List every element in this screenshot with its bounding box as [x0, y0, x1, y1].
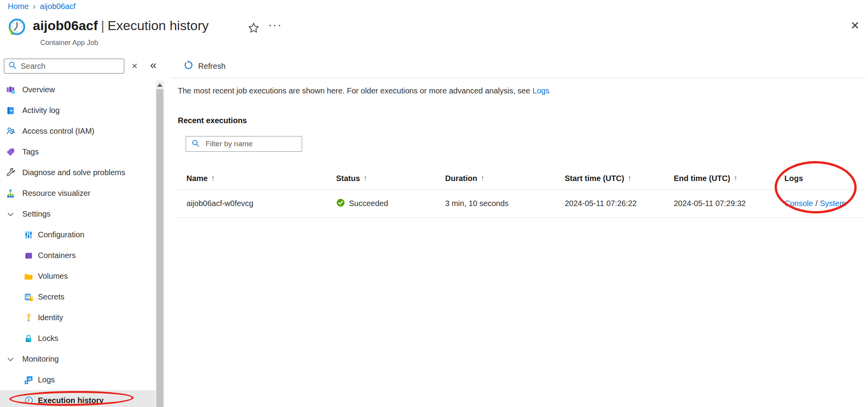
sidebar-item-label: Locks — [38, 334, 58, 343]
containers-icon — [23, 251, 34, 261]
sidebar-item-secrets[interactable]: Secrets — [0, 287, 156, 307]
column-header-duration[interactable]: Duration ↑ — [445, 174, 565, 183]
execution-history-clock-icon — [23, 396, 34, 406]
access-control-icon — [5, 126, 16, 136]
sidebar-item-logs[interactable]: Logs — [0, 369, 156, 390]
page-title: aijob06acf|Execution history — [33, 18, 209, 33]
sidebar-item-label: Execution history — [38, 396, 104, 405]
refresh-label: Refresh — [198, 62, 226, 71]
secrets-icon — [23, 292, 34, 302]
execution-start-time-cell: 2024-05-11 07:26:22 — [565, 199, 674, 208]
column-header-status[interactable]: Status ↑ — [336, 174, 445, 183]
sidebar-item-identity[interactable]: Identity — [0, 307, 156, 328]
breadcrumb: Home › aijob06acf — [8, 2, 75, 11]
folder-icon — [23, 271, 34, 281]
sidebar-group-label: Settings — [22, 210, 50, 219]
more-options-ellipsis-icon[interactable]: ··· — [268, 18, 282, 31]
sidebar-item-tags[interactable]: Tags — [0, 142, 156, 162]
breadcrumb-resource-link[interactable]: aijob06acf — [40, 2, 75, 11]
column-label: Start time (UTC) — [565, 174, 624, 183]
sidebar-search-input[interactable] — [21, 62, 120, 71]
container-app-job-clock-icon — [5, 16, 27, 39]
sidebar-group-label: Monitoring — [22, 355, 59, 364]
sidebar-collapse-icon[interactable]: « — [150, 58, 157, 72]
execution-duration-cell: 3 min, 10 seconds — [445, 199, 565, 208]
activity-log-icon — [5, 106, 16, 116]
section-title: Recent executions — [178, 116, 247, 125]
lock-icon — [23, 333, 34, 344]
column-header-name[interactable]: Name ↑ — [178, 174, 336, 183]
search-icon — [8, 61, 17, 71]
column-header-logs: Logs — [784, 174, 866, 183]
resource-name: aijob06acf — [33, 18, 98, 33]
sidebar-item-label: Resource visualizer — [22, 189, 91, 198]
sidebar-item-label: Secrets — [38, 292, 64, 301]
chevron-down-icon — [5, 354, 16, 364]
column-header-start-time[interactable]: Start time (UTC) ↑ — [565, 174, 674, 183]
filter-by-name-input[interactable] — [206, 140, 296, 148]
close-icon[interactable]: ✕ — [850, 20, 859, 31]
sidebar-item-containers[interactable]: Containers — [0, 245, 156, 266]
favorite-star-icon[interactable] — [248, 22, 260, 34]
description-body: The most recent job executions are shown… — [178, 86, 530, 95]
sidebar-group-settings[interactable]: Settings — [0, 204, 156, 224]
tags-icon — [5, 147, 16, 157]
azure-portal-execution-history-page: Home › aijob06acf aijob06acf|Execution h… — [0, 0, 868, 407]
breadcrumb-home-link[interactable]: Home — [8, 2, 29, 11]
sidebar-item-label: Containers — [38, 251, 76, 260]
resource-type-subtitle: Container App Job — [40, 39, 98, 47]
search-clear-icon[interactable]: ✕ — [131, 61, 138, 71]
sidebar-group-monitoring[interactable]: Monitoring — [0, 349, 156, 369]
logs-link[interactable]: Logs — [533, 86, 549, 95]
execution-name-cell: aijob06acf-w0fevcg — [178, 199, 336, 208]
sort-ascending-icon: ↑ — [481, 174, 485, 183]
scrollbar-thumb[interactable] — [156, 89, 163, 407]
system-log-link[interactable]: System — [820, 199, 846, 208]
sidebar-search-box — [4, 59, 124, 74]
sort-ascending-icon: ↑ — [211, 174, 215, 183]
blade-name: Execution history — [107, 18, 209, 33]
sidebar-item-volumes[interactable]: Volumes — [0, 266, 156, 287]
logs-link-separator: / — [813, 199, 820, 208]
search-icon — [191, 139, 200, 149]
wrench-icon — [5, 168, 16, 178]
sidebar-item-label: Access control (IAM) — [22, 127, 94, 136]
sidebar-nav: Overview Activity log Acc — [0, 79, 156, 407]
status-label: Succeeded — [349, 199, 388, 208]
sidebar-scrollbar[interactable] — [156, 81, 164, 407]
succeeded-check-icon — [336, 198, 345, 209]
execution-status-cell: Succeeded — [336, 198, 445, 209]
breadcrumb-separator-icon: › — [33, 2, 36, 11]
sidebar-item-label: Activity log — [22, 106, 60, 115]
sidebar-item-access-control[interactable]: Access control (IAM) — [0, 121, 156, 142]
logs-icon — [23, 375, 34, 385]
execution-logs-cell: Console / System — [784, 199, 866, 208]
filter-box — [186, 136, 302, 152]
console-log-link[interactable]: Console — [784, 199, 813, 208]
sidebar-item-label: Volumes — [38, 272, 68, 281]
column-label: End time (UTC) — [674, 174, 730, 183]
sidebar-item-overview[interactable]: Overview — [0, 79, 156, 100]
table-header-row: Name ↑ Status ↑ Duration ↑ Start time (U… — [178, 167, 866, 190]
sort-ascending-icon: ↑ — [734, 174, 737, 183]
sidebar-item-configuration[interactable]: Configuration — [0, 224, 156, 245]
sidebar-item-diagnose[interactable]: Diagnose and solve problems — [0, 162, 156, 183]
column-label: Logs — [784, 174, 803, 183]
sidebar-item-label: Tags — [22, 147, 39, 156]
description-text: The most recent job executions are shown… — [178, 86, 549, 95]
sidebar-item-activity-log[interactable]: Activity log — [0, 100, 156, 121]
sidebar-item-resource-visualizer[interactable]: Resource visualizer — [0, 183, 156, 204]
sidebar-item-locks[interactable]: Locks — [0, 328, 156, 349]
sidebar-item-label: Identity — [38, 313, 63, 322]
configuration-icon — [23, 230, 34, 240]
table-row: aijob06acf-w0fevcg Succeeded 3 min, 10 s… — [178, 190, 866, 218]
column-label: Status — [336, 174, 360, 183]
sidebar-item-execution-history[interactable]: Execution history — [0, 390, 156, 407]
scrollbar-up-arrow-icon[interactable] — [156, 81, 164, 89]
resource-visualizer-icon — [5, 188, 16, 199]
refresh-button[interactable]: Refresh — [183, 60, 226, 72]
column-header-end-time[interactable]: End time (UTC) ↑ — [674, 174, 784, 183]
key-icon — [23, 313, 34, 323]
executions-table: Name ↑ Status ↑ Duration ↑ Start time (U… — [178, 167, 866, 218]
column-label: Name — [186, 174, 208, 183]
